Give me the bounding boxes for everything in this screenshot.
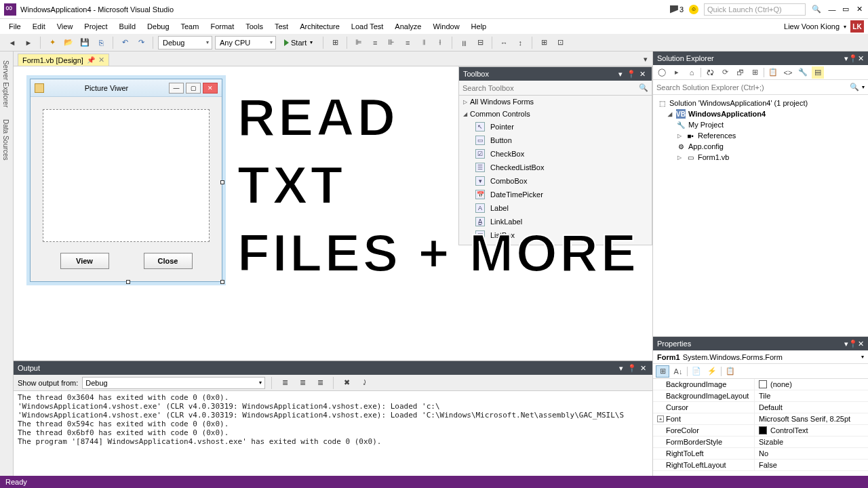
property-row[interactable]: BackgroundImage(none) (653, 379, 868, 390)
toolbox-item[interactable]: A̲LinkLabel (459, 215, 652, 228)
data-sources-tab[interactable]: Data Sources (0, 113, 13, 167)
output-tool-btn[interactable]: ≣ (278, 376, 292, 390)
tree-item[interactable]: 🔧My Project (657, 119, 864, 130)
toolbox-item[interactable]: ▤ListBox (459, 228, 652, 242)
back-button[interactable]: ◯ (656, 66, 668, 79)
minimize-button[interactable]: — (827, 5, 837, 14)
tree-item[interactable]: ⚙App.config (657, 141, 864, 152)
size-btn[interactable]: ↔ (497, 36, 511, 49)
config-combo[interactable]: Debug (158, 36, 212, 49)
picturebox-control[interactable] (43, 109, 210, 242)
close-icon[interactable]: ✕ (858, 54, 864, 63)
solution-root[interactable]: ⬚Solution 'WindowsApplication4' (1 proje… (657, 98, 864, 108)
refresh-button[interactable]: ⟳ (719, 66, 731, 79)
redo-button[interactable]: ↷ (134, 36, 148, 49)
toolbox-item[interactable]: ▦ListView (459, 242, 652, 245)
code-button[interactable]: <> (782, 66, 794, 79)
output-content[interactable]: The thread 0x3604 has exited with code 0… (14, 391, 652, 476)
toolbox-search-input[interactable] (462, 84, 639, 92)
platform-combo[interactable]: Any CPU (215, 36, 276, 49)
output-header[interactable]: Output▾📍✕ (14, 361, 652, 375)
prop-pages-button[interactable]: 📋 (724, 365, 737, 378)
toolbox-item[interactable]: 📅DateTimePicker (459, 188, 652, 201)
project-node[interactable]: ◢VBWindowsApplication4 (657, 108, 864, 119)
view-button[interactable]: View (60, 253, 109, 269)
align-btn[interactable]: ⫲ (433, 36, 447, 49)
output-tool-btn[interactable]: ≣ (313, 376, 327, 390)
close-icon[interactable]: ✕ (637, 70, 648, 79)
resize-handle[interactable] (220, 280, 224, 284)
toolbox-item[interactable]: ☰CheckedListBox (459, 161, 652, 174)
search-icon[interactable]: 🔍 (811, 4, 822, 15)
menu-team[interactable]: Team (176, 21, 204, 32)
server-explorer-tab[interactable]: Server Explorer (0, 54, 13, 113)
close-icon[interactable]: ✕ (858, 340, 864, 348)
chevron-down-icon[interactable]: ▾ (615, 70, 626, 79)
spacing-btn[interactable]: ⊟ (473, 36, 487, 49)
properties-subject[interactable]: Form1System.Windows.Forms.Form▾ (653, 350, 868, 364)
user-avatar[interactable]: LK (850, 20, 864, 33)
toolbox-item[interactable]: ▭Button (459, 134, 652, 147)
feedback-icon[interactable]: ☺ (689, 5, 698, 14)
save-button[interactable]: 💾 (78, 36, 92, 49)
form-close-button[interactable]: ✕ (203, 83, 218, 94)
toolbox-item[interactable]: ALabel (459, 201, 652, 215)
output-tool-btn[interactable]: ≣ (296, 376, 309, 390)
menu-architecture[interactable]: Architecture (295, 21, 344, 32)
menu-edit[interactable]: Edit (28, 21, 50, 32)
chevron-down-icon[interactable]: ▾ (616, 364, 627, 373)
preview-button[interactable]: 🔧 (797, 66, 809, 79)
align-btn[interactable]: ≡ (401, 36, 414, 49)
toolbox-category[interactable]: ◢Common Controls (459, 108, 652, 120)
property-row[interactable]: BackgroundImageLayoutTile (653, 390, 868, 402)
pin-icon[interactable]: 📌 (87, 56, 95, 64)
output-source-combo[interactable]: Debug (82, 377, 265, 389)
toolbox-item[interactable]: ↖Pointer (459, 120, 652, 134)
property-row[interactable]: FormBorderStyleSizable (653, 436, 868, 448)
menu-build[interactable]: Build (115, 21, 140, 32)
home-button[interactable]: ⌂ (686, 66, 698, 79)
order-btn[interactable]: ⊡ (553, 36, 567, 49)
menu-test[interactable]: Test (270, 21, 293, 32)
close-tab-icon[interactable]: ✕ (98, 56, 104, 64)
showall-button[interactable]: ⊞ (749, 66, 761, 79)
tree-item[interactable]: ▷■▪References (657, 130, 864, 141)
menu-tools[interactable]: Tools (241, 21, 268, 32)
solution-header[interactable]: Solution Explorer▾📍✕ (653, 52, 868, 65)
nav-fwd-button[interactable]: ► (22, 36, 35, 49)
resize-handle[interactable] (220, 180, 224, 184)
tree-item[interactable]: ▷▭Form1.vb (657, 152, 864, 163)
designer-surface[interactable]: Picture Viwer — ▢ ✕ View Close (14, 66, 652, 361)
menu-view[interactable]: View (52, 21, 78, 32)
close-button[interactable]: ✕ (854, 5, 864, 14)
menu-window[interactable]: Window (428, 21, 464, 32)
undo-button[interactable]: ↶ (118, 36, 132, 49)
start-button[interactable]: Start▾ (279, 36, 318, 49)
property-row[interactable]: RightToLeftLayoutFalse (653, 460, 868, 471)
menu-loadtest[interactable]: Load Test (347, 21, 389, 32)
pin-icon[interactable]: 📍 (848, 54, 858, 63)
maximize-button[interactable]: ▭ (841, 5, 850, 14)
close-btn[interactable]: Close (144, 253, 193, 269)
tabstrip-menu[interactable]: ▾ (639, 52, 652, 66)
quick-launch-input[interactable]: Quick Launch (Ctrl+Q) (704, 3, 806, 16)
toolbox-header[interactable]: Toolbox▾📍✕ (459, 67, 652, 81)
alphabetical-button[interactable]: A↓ (671, 365, 685, 378)
property-row[interactable]: +FontMicrosoft Sans Serif, 8.25pt (653, 413, 868, 425)
props-button[interactable]: 📄 (690, 365, 703, 378)
align-btn[interactable]: ≡ (368, 36, 382, 49)
align-btn[interactable]: ⊪ (384, 36, 398, 49)
menu-help[interactable]: Help (467, 21, 492, 32)
solution-search[interactable]: 🔍▾ (653, 80, 868, 95)
solution-search-input[interactable] (656, 83, 850, 92)
close-icon[interactable]: ✕ (637, 364, 648, 373)
form-min-button[interactable]: — (169, 83, 184, 94)
property-row[interactable]: RightToLeftNo (653, 448, 868, 460)
nav-back-button[interactable]: ◄ (5, 36, 19, 49)
pin-icon[interactable]: 📍 (848, 340, 858, 348)
pin-icon[interactable]: 📍 (627, 364, 637, 373)
property-row[interactable]: CursorDefault (653, 402, 868, 413)
collapse-button[interactable]: 🗗 (734, 66, 746, 79)
properties-button[interactable]: 📋 (767, 66, 779, 79)
search-icon[interactable]: 🔍 (639, 83, 648, 92)
